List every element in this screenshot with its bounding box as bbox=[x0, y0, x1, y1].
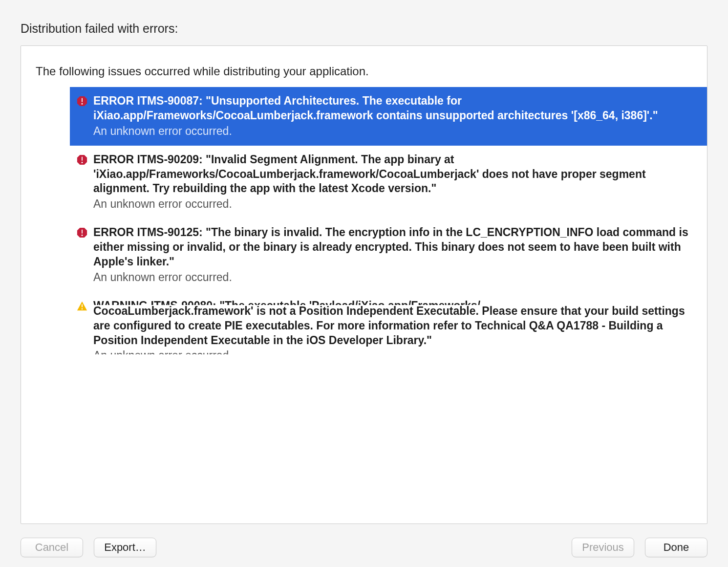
issue-title-rest: CocoaLumberjack.framework' is not a Posi… bbox=[93, 305, 685, 347]
svg-point-11 bbox=[82, 308, 83, 309]
svg-point-8 bbox=[82, 235, 83, 236]
issues-list[interactable]: ERROR ITMS-90087: "Unsupported Architect… bbox=[21, 87, 707, 523]
dialog-heading: Distribution failed with errors: bbox=[21, 22, 707, 36]
svg-rect-1 bbox=[82, 98, 83, 102]
issue-row[interactable]: ERROR ITMS-90209: "Invalid Segment Align… bbox=[70, 146, 707, 219]
dialog-button-row: Cancel Export… Previous Done bbox=[21, 538, 707, 557]
error-icon bbox=[77, 154, 87, 165]
svg-point-5 bbox=[82, 162, 83, 163]
issue-title: WARNING ITMS-90080: "The executable 'Pay… bbox=[93, 299, 695, 348]
svg-rect-4 bbox=[82, 156, 83, 160]
issue-body: ERROR ITMS-90087: "Unsupported Architect… bbox=[93, 94, 695, 139]
issue-detail: An unknown error occurred. bbox=[93, 124, 695, 139]
issue-row[interactable]: ERROR ITMS-90125: "The binary is invalid… bbox=[70, 218, 707, 292]
issue-body: WARNING ITMS-90080: "The executable 'Pay… bbox=[93, 299, 695, 355]
done-button[interactable]: Done bbox=[645, 538, 707, 557]
issue-body: ERROR ITMS-90209: "Invalid Segment Align… bbox=[93, 153, 695, 212]
issue-title: ERROR ITMS-90209: "Invalid Segment Align… bbox=[93, 153, 695, 196]
previous-button[interactable]: Previous bbox=[572, 538, 634, 557]
cancel-button[interactable]: Cancel bbox=[21, 538, 83, 557]
warning-icon bbox=[77, 301, 87, 311]
issue-title: ERROR ITMS-90087: "Unsupported Architect… bbox=[93, 94, 695, 123]
issues-panel: The following issues occurred while dist… bbox=[21, 45, 707, 524]
issue-detail: An unknown error occurred. bbox=[93, 197, 695, 212]
issue-detail: An unknown error occurred. bbox=[93, 349, 695, 354]
issues-intro: The following issues occurred while dist… bbox=[21, 46, 707, 87]
svg-point-2 bbox=[82, 103, 83, 105]
issue-detail: An unknown error occurred. bbox=[93, 270, 695, 285]
svg-rect-7 bbox=[82, 230, 83, 234]
issue-row[interactable]: ERROR ITMS-90087: "Unsupported Architect… bbox=[70, 87, 707, 146]
svg-rect-10 bbox=[82, 304, 83, 307]
error-icon bbox=[77, 96, 87, 107]
export-button[interactable]: Export… bbox=[94, 538, 156, 557]
issue-row[interactable]: WARNING ITMS-90080: "The executable 'Pay… bbox=[70, 292, 707, 362]
distribution-error-dialog: Distribution failed with errors: The fol… bbox=[0, 0, 728, 567]
issue-title: ERROR ITMS-90125: "The binary is invalid… bbox=[93, 225, 695, 269]
issue-body: ERROR ITMS-90125: "The binary is invalid… bbox=[93, 225, 695, 285]
error-icon bbox=[77, 227, 87, 238]
